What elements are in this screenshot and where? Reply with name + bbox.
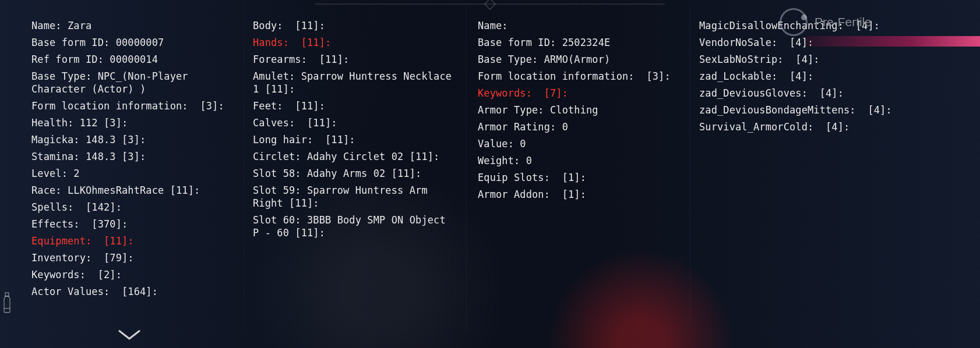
info-row-text: Slot 58: Adahy Arms 02 [11]:: [253, 168, 421, 179]
info-row[interactable]: Forearms: [11]:: [253, 51, 456, 68]
equipment-column: Body: [11]:Hands: [11]:Forearms: [11]:Am…: [245, 17, 467, 348]
info-row-text: Amulet: Sparrow Huntress Necklace 1 [11]…: [253, 70, 457, 95]
info-row-text: Effects: [370]:: [31, 218, 128, 230]
info-row[interactable]: Circlet: Adahy Circlet 02 [11]:: [253, 148, 456, 165]
info-row-text: Name:: [478, 20, 508, 31]
info-row[interactable]: Slot 59: Sparrow Huntress Arm Right [11]…: [253, 182, 456, 212]
info-row[interactable]: Inventory: [79]:: [31, 250, 233, 267]
info-row[interactable]: Name:: [478, 17, 678, 34]
info-row[interactable]: Keywords: [7]:: [478, 85, 678, 102]
info-row-text: Name: Zara: [31, 20, 91, 31]
info-row[interactable]: Armor Addon: [1]:: [478, 186, 678, 203]
info-row-text: Armor Type: Clothing: [478, 104, 598, 116]
info-row-text: Form location information: [3]:: [478, 70, 671, 82]
info-row[interactable]: Form location information: [3]:: [478, 68, 678, 85]
info-row-text: zad_DeviousGloves: [4]:: [699, 87, 844, 99]
info-row[interactable]: Base Type: NPC_(Non-Player Character (Ac…: [31, 68, 233, 98]
info-row[interactable]: Health: 112 [3]:: [31, 115, 233, 132]
info-row[interactable]: Base Type: ARMO(Armor): [478, 51, 678, 68]
info-row[interactable]: Base form ID: 00000007: [31, 34, 233, 51]
info-row-text: Base Type: ARMO(Armor): [478, 54, 610, 65]
info-row-text: Base form ID: 2502324E: [478, 37, 610, 48]
fertility-status: Pre-Fertile: [780, 8, 872, 36]
info-row-text: Hands: [11]:: [253, 37, 331, 48]
info-row-text: SexLabNoStrip: [4]:: [699, 54, 820, 65]
info-row[interactable]: Equip Slots: [1]:: [478, 169, 678, 186]
info-row[interactable]: Stamina: 148.3 [3]:: [31, 148, 233, 165]
actor-info-column: Name: ZaraBase form ID: 00000007Ref form…: [0, 17, 245, 348]
info-row[interactable]: zad_DeviousBondageMittens: [4]:: [699, 102, 958, 119]
info-row[interactable]: Hands: [11]:: [253, 34, 456, 51]
info-row[interactable]: Actor Values: [164]:: [31, 283, 233, 300]
info-row[interactable]: Spells: [142]:: [31, 199, 233, 216]
info-row[interactable]: Calves: [11]:: [253, 115, 456, 132]
info-row-text: Forearms: [11]:: [253, 54, 349, 65]
info-row[interactable]: Armor Type: Clothing: [478, 102, 678, 119]
info-row-text: Long hair: [11]:: [253, 134, 355, 145]
info-row-text: Calves: [11]:: [253, 117, 337, 129]
info-row-text: Body: [11]:: [253, 20, 325, 31]
info-row[interactable]: Keywords: [2]:: [31, 267, 233, 283]
info-row-text: Feet: [11]:: [253, 100, 325, 112]
info-row-text: Stamina: 148.3 [3]:: [31, 151, 146, 162]
item-info-column: Name:Base form ID: 2502324EBase Type: AR…: [467, 17, 690, 348]
keywords-column: MagicDisallowEnchanting: [4]:VendorNoSal…: [690, 17, 970, 348]
info-row-text: Race: LLKOhmesRahtRace [11]:: [31, 184, 200, 196]
info-row-text: Survival_ArmorCold: [4]:: [699, 121, 849, 133]
info-row-text: Ref form ID: 00000014: [31, 54, 158, 65]
info-row-text: Keywords: [7]:: [478, 87, 568, 99]
info-row[interactable]: Race: LLKOhmesRahtRace [11]:: [31, 182, 233, 199]
info-row-text: zad_DeviousBondageMittens: [4]:: [699, 104, 892, 116]
info-row-text: Slot 59: Sparrow Huntress Arm Right [11]…: [253, 184, 433, 209]
info-row-text: Keywords: [2]:: [31, 269, 122, 280]
info-row[interactable]: Slot 60: 3BBB Body SMP ON Object P - 60 …: [253, 212, 456, 242]
info-row-text: zad_Lockable: [4]:: [699, 70, 813, 82]
info-row-text: Health: 112 [3]:: [31, 117, 128, 129]
info-row-text: Weight: 0: [478, 155, 532, 166]
info-row-text: Slot 60: 3BBB Body SMP ON Object P - 60 …: [253, 214, 452, 239]
info-row[interactable]: Amulet: Sparrow Huntress Necklace 1 [11]…: [253, 68, 456, 98]
health-bar: [805, 36, 980, 47]
info-row[interactable]: Magicka: 148.3 [3]:: [31, 132, 233, 148]
info-row-text: Spells: [142]:: [31, 201, 122, 213]
info-row[interactable]: Feet: [11]:: [253, 98, 456, 115]
info-row-text: Armor Rating: 0: [478, 121, 568, 133]
info-row-text: Base form ID: 00000007: [31, 37, 164, 48]
status-ring-icon: [780, 8, 808, 36]
info-row[interactable]: Weight: 0: [478, 152, 678, 169]
info-row[interactable]: Name: Zara: [31, 17, 233, 34]
info-row-text: Level: 2: [31, 168, 80, 179]
info-row[interactable]: Survival_ArmorCold: [4]:: [699, 119, 958, 136]
info-row-text: VendorNoSale: [4]:: [699, 37, 813, 48]
compass-hud: [0, 0, 980, 8]
info-row[interactable]: Equipment: [11]:: [31, 233, 233, 250]
info-row[interactable]: Slot 58: Adahy Arms 02 [11]:: [253, 165, 456, 182]
info-row[interactable]: Effects: [370]:: [31, 216, 233, 233]
status-label: Pre-Fertile: [815, 15, 872, 29]
info-row[interactable]: Value: 0: [478, 136, 678, 152]
info-row[interactable]: Body: [11]:: [253, 17, 456, 34]
chevron-down-icon[interactable]: [117, 328, 142, 341]
info-row[interactable]: Form location information: [3]:: [31, 98, 233, 115]
svg-rect-0: [5, 293, 9, 296]
compass-bar: [315, 3, 665, 5]
info-row[interactable]: Long hair: [11]:: [253, 132, 456, 148]
info-row[interactable]: zad_Lockable: [4]:: [699, 68, 958, 85]
info-row-text: Form location information: [3]:: [31, 100, 224, 112]
info-row[interactable]: Base form ID: 2502324E: [478, 34, 678, 51]
info-row-text: Armor Addon: [1]:: [478, 189, 586, 200]
info-panels: Name: ZaraBase form ID: 00000007Ref form…: [0, 17, 980, 348]
bottle-icon: [1, 292, 13, 313]
info-row[interactable]: zad_DeviousGloves: [4]:: [699, 85, 958, 102]
info-row[interactable]: SexLabNoStrip: [4]:: [699, 51, 958, 68]
info-row-text: Magicka: 148.3 [3]:: [31, 134, 146, 145]
info-row-text: Equipment: [11]:: [31, 235, 134, 247]
info-row[interactable]: Ref form ID: 00000014: [31, 51, 233, 68]
info-row-text: Base Type: NPC_(Non-Player Character (Ac…: [31, 70, 194, 95]
info-row-text: Inventory: [79]:: [31, 252, 134, 264]
info-row-text: Equip Slots: [1]:: [478, 172, 586, 183]
info-row-text: Actor Values: [164]:: [31, 286, 158, 297]
info-row[interactable]: Level: 2: [31, 165, 233, 182]
info-row[interactable]: Armor Rating: 0: [478, 119, 678, 136]
info-row-text: Circlet: Adahy Circlet 02 [11]:: [253, 151, 439, 162]
